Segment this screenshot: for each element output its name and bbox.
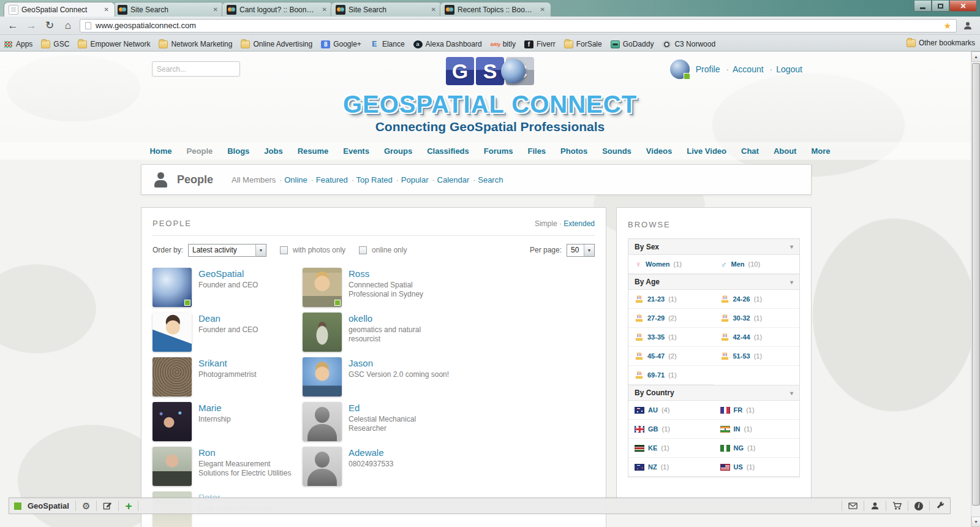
browse-country-link[interactable]: NZ (1) (628, 458, 714, 477)
member-avatar[interactable] (153, 268, 192, 307)
nav-item-more[interactable]: More (811, 146, 830, 156)
bookmark-item[interactable]: C3 Norwood (662, 40, 715, 48)
nav-item-events[interactable]: Events (343, 146, 369, 156)
info-icon[interactable]: i (914, 502, 923, 510)
browse-age-link[interactable]: 30-32 (1) (714, 309, 800, 328)
online-only-checkbox[interactable] (359, 246, 367, 254)
scrollbar-thumb[interactable] (972, 63, 980, 506)
browse-age-link[interactable]: 51-53 (1) (714, 347, 800, 366)
settings-gear-icon[interactable]: ⚙ (82, 501, 90, 510)
browser-tab[interactable]: Recent Topics :: BoonEx U ✕ (440, 2, 551, 17)
other-bookmarks-button[interactable]: Other bookmarks (907, 39, 975, 47)
browse-section-by-sex[interactable]: By Sex ▾ (628, 239, 799, 255)
bookmark-item[interactable]: GoDaddy (611, 40, 654, 48)
people-filter-link[interactable]: Search (473, 175, 503, 184)
nav-item-jobs[interactable]: Jobs (264, 146, 282, 156)
bookmark-item[interactable]: Fiverr (524, 40, 556, 48)
tab-close-icon[interactable]: ✕ (321, 6, 328, 13)
browser-tab[interactable]: Site Search ✕ (331, 2, 442, 17)
cart-icon[interactable] (892, 501, 902, 510)
member-avatar[interactable] (153, 402, 192, 441)
member-avatar[interactable] (303, 313, 342, 352)
member-avatar[interactable] (153, 313, 192, 352)
with-photos-checkbox[interactable] (280, 246, 288, 254)
bookmark-item[interactable]: Empower Network (78, 40, 150, 48)
profile-badge-icon[interactable] (962, 20, 974, 31)
scroll-up-icon[interactable]: ▲ (971, 51, 980, 62)
member-name-link[interactable]: okello (349, 313, 450, 324)
member-avatar[interactable] (153, 357, 192, 396)
compose-icon[interactable] (103, 501, 112, 510)
bookmark-item[interactable]: GSC (41, 40, 69, 48)
nav-item-people[interactable]: People (187, 146, 213, 156)
browser-tab[interactable]: GeoSpatial Connect ✕ (4, 2, 115, 17)
member-name-link[interactable]: Adewale (349, 447, 393, 458)
bookmark-item[interactable]: Elance (370, 40, 405, 48)
browse-age-link[interactable]: 45-47 (2) (628, 347, 714, 366)
reload-button[interactable]: ↻ (43, 20, 56, 31)
nav-item-about[interactable]: About (774, 146, 797, 156)
maximize-button[interactable] (932, 1, 949, 12)
browse-country-link[interactable]: KE (1) (628, 439, 714, 458)
member-name-link[interactable]: Dean (198, 313, 258, 324)
browser-tab[interactable]: Site Search ✕ (113, 2, 224, 17)
bookmark-star-icon[interactable]: ★ (943, 21, 951, 31)
browse-age-link[interactable]: 21-23 (1) (628, 290, 714, 309)
browse-country-link[interactable]: NG (1) (714, 439, 800, 458)
tab-close-icon[interactable]: ✕ (103, 6, 110, 13)
user-avatar[interactable] (670, 59, 690, 79)
browse-section-by-age[interactable]: By Age ▾ (628, 274, 799, 290)
browse-country-link[interactable]: FR (1) (714, 401, 800, 420)
nav-item-classifieds[interactable]: Classifieds (427, 146, 469, 156)
bookmark-item[interactable]: ForSale (564, 40, 602, 48)
member-name-link[interactable]: Jason (349, 358, 449, 368)
bookmark-item[interactable]: Google+ (321, 40, 361, 48)
wrench-icon[interactable] (936, 501, 945, 510)
nav-item-chat[interactable]: Chat (741, 146, 759, 156)
order-by-select[interactable]: Latest activity ▼ (188, 244, 266, 257)
browser-tab[interactable]: Cant logout? :: BoonEx Un ✕ (222, 2, 333, 17)
browse-sex-link[interactable]: Men (10) (714, 255, 800, 274)
nav-item-live-video[interactable]: Live Video (687, 146, 726, 156)
people-filter-link[interactable]: Featured (311, 175, 348, 184)
bookmark-item[interactable]: bitly (491, 40, 516, 48)
nav-item-files[interactable]: Files (527, 146, 546, 156)
per-page-select[interactable]: 50 ▼ (567, 244, 595, 257)
add-icon[interactable]: + (125, 500, 132, 512)
vertical-scrollbar[interactable]: ▲ ▼ (971, 51, 980, 527)
nav-item-resume[interactable]: Resume (298, 146, 329, 156)
back-button[interactable]: ← (6, 20, 20, 31)
tab-close-icon[interactable]: ✕ (212, 6, 219, 13)
user-menu-link[interactable]: Account (733, 64, 772, 74)
browse-age-link[interactable]: 33-35 (1) (628, 328, 714, 347)
forward-button[interactable]: → (24, 20, 38, 31)
nav-item-blogs[interactable]: Blogs (227, 146, 249, 156)
nav-item-forums[interactable]: Forums (484, 146, 513, 156)
browse-country-link[interactable]: IN (1) (714, 420, 800, 439)
bookmark-item[interactable]: Alexa Dashboard (413, 40, 482, 48)
bookmark-item[interactable]: Apps (4, 40, 32, 48)
browse-country-link[interactable]: GB (1) (628, 420, 714, 439)
bookmark-item[interactable]: Network Marketing (159, 40, 232, 48)
nav-item-videos[interactable]: Videos (646, 146, 672, 156)
user-menu-link[interactable]: Profile (696, 64, 729, 74)
nav-item-photos[interactable]: Photos (560, 146, 587, 156)
home-button[interactable]: ⌂ (61, 20, 75, 31)
close-window-button[interactable]: ✕ (949, 1, 977, 12)
tab-close-icon[interactable]: ✕ (430, 6, 437, 13)
scroll-down-icon[interactable]: ▼ (971, 517, 980, 527)
nav-item-home[interactable]: Home (149, 146, 172, 156)
browse-sex-link[interactable]: Women (1) (628, 255, 714, 274)
member-name-link[interactable]: GeoSpatial (198, 268, 258, 279)
member-name-link[interactable]: Marie (198, 403, 231, 413)
minimize-button[interactable] (914, 1, 932, 12)
browse-country-link[interactable]: US (1) (714, 458, 800, 477)
browse-age-link[interactable]: 69-71 (1) (628, 366, 714, 385)
member-avatar[interactable] (303, 357, 342, 396)
browse-age-link[interactable]: 24-26 (1) (714, 290, 800, 309)
people-filter-link[interactable]: Calendar (432, 175, 470, 184)
mail-icon[interactable] (848, 501, 858, 510)
member-avatar[interactable] (303, 402, 342, 441)
people-filter-link[interactable]: Popular (396, 175, 429, 184)
person-icon[interactable] (870, 501, 880, 510)
